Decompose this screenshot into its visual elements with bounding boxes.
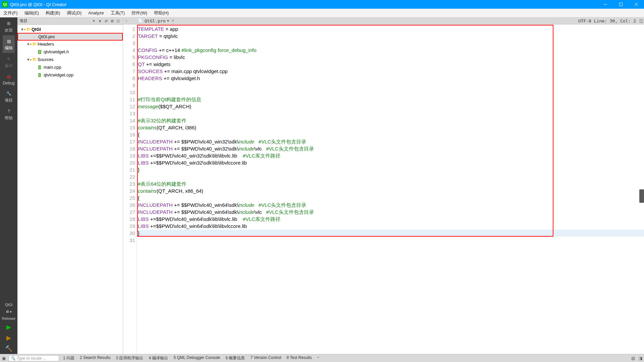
open-file-name[interactable]: QtGl.pro bbox=[145, 18, 166, 23]
kit-project[interactable]: QtGl bbox=[5, 301, 13, 308]
code-line-9[interactable] bbox=[138, 82, 644, 89]
code-line-19[interactable]: LIBS +=$$PWD\vlc40_win32\sdk\lib\libvlc.… bbox=[138, 152, 644, 159]
output-toggle-icon[interactable]: ▣ bbox=[0, 356, 7, 361]
scrollbar-thumb[interactable] bbox=[639, 189, 644, 203]
code-line-11[interactable]: #打印当前Qt构建套件的信息 bbox=[138, 96, 644, 103]
panel-dropdown-icon[interactable]: ▾ bbox=[91, 18, 97, 24]
menu-7[interactable]: 帮助(H) bbox=[151, 9, 172, 17]
minimize-button[interactable] bbox=[598, 0, 613, 9]
menu-4[interactable]: Analyze bbox=[85, 9, 107, 17]
mode-编辑[interactable]: ▤编辑 bbox=[3, 35, 14, 53]
code-line-16[interactable]: { bbox=[138, 131, 644, 138]
build-button[interactable]: 🔨 bbox=[5, 343, 12, 354]
code-line-2[interactable]: TARGET = qtglvlc bbox=[138, 33, 644, 40]
mode-帮助[interactable]: ?帮助 bbox=[3, 105, 14, 123]
kit-monitor-icon[interactable]: 🖥 ▸ bbox=[5, 308, 12, 315]
code-line-17[interactable]: INCLUDEPATH += $$PWD\vlc40_win32\sdk\inc… bbox=[138, 138, 644, 145]
run-button[interactable]: ▶ bbox=[5, 322, 12, 333]
panel-add-icon[interactable]: ⊞ bbox=[109, 18, 115, 24]
tree-item-qtvlcwidget.h[interactable]: hqtvlcwidget.h bbox=[17, 48, 123, 56]
code-line-12[interactable]: message($$QT_ARCH) bbox=[138, 103, 644, 110]
panel-split-icon[interactable]: ◫ bbox=[115, 18, 121, 24]
project-panel-header: 项目 ▾ ▼ ⇄ ⊞ ◫ bbox=[17, 17, 123, 25]
tree-item-main.cpp[interactable]: cmain.cpp bbox=[17, 63, 123, 71]
code-line-31[interactable] bbox=[138, 237, 644, 244]
tree-item-QtGl[interactable]: ▾▸📁QtGl bbox=[17, 25, 123, 33]
code-line-27[interactable]: INCLUDEPATH += $$PWD\vlc40_win64\sdk\inc… bbox=[138, 208, 644, 216]
mode-bar: ⊞欢迎▤编辑✎设计🐞Debug🔧项目?帮助 QtGl 🖥 ▸ Release ▶… bbox=[0, 17, 17, 354]
app-icon: Qt bbox=[2, 1, 8, 7]
code-line-10[interactable] bbox=[138, 89, 644, 96]
maximize-button[interactable] bbox=[613, 0, 629, 9]
mode-设计[interactable]: ✎设计 bbox=[3, 53, 14, 71]
code-line-8[interactable]: HEADERS += qtvlcwidget.h bbox=[138, 75, 644, 82]
close-file-icon[interactable]: × bbox=[170, 18, 176, 23]
code-line-18[interactable]: INCLUDEPATH += $$PWD\vlc40_win32\sdk\inc… bbox=[138, 145, 644, 152]
file-dropdown-icon[interactable]: ▾ bbox=[166, 18, 170, 23]
svg-rect-1 bbox=[620, 3, 623, 6]
output-tab-3[interactable]: 4 编译输出 bbox=[146, 355, 171, 361]
output-dropdown-icon[interactable]: ⌃ bbox=[315, 356, 322, 361]
code-line-15[interactable]: contains(QT_ARCH, i386) bbox=[138, 124, 644, 131]
code-line-4[interactable]: CONFIG += c++14 #link_pkgconfig force_de… bbox=[138, 47, 644, 54]
code-line-3[interactable] bbox=[138, 40, 644, 47]
menu-0[interactable]: 文件(F) bbox=[0, 9, 21, 17]
output-tab-7[interactable]: 8 Test Results bbox=[284, 355, 314, 361]
tree-label: Headers bbox=[38, 42, 54, 47]
code-line-26[interactable]: INCLUDEPATH += $$PWD\vlc40_win64\sdk\inc… bbox=[138, 201, 644, 208]
tree-item-Sources[interactable]: ▾▸📁Sources bbox=[17, 56, 123, 63]
nav-back-icon[interactable]: ‹ bbox=[123, 18, 130, 23]
output-tab-4[interactable]: 5 QML Debugger Console bbox=[171, 355, 223, 361]
mode-欢迎[interactable]: ⊞欢迎 bbox=[3, 17, 14, 35]
project-tree[interactable]: ▾▸📁QtGl▫QtGl.pro▾▸📁Headershqtvlcwidget.h… bbox=[17, 25, 123, 354]
panel-filter-icon[interactable]: ▼ bbox=[97, 18, 103, 24]
tree-icon: c bbox=[37, 65, 42, 70]
mode-icon: 🐞 bbox=[5, 73, 12, 80]
code-content[interactable]: TEMPLATE = appTARGET = qtglvlc CONFIG +=… bbox=[137, 24, 644, 354]
code-line-6[interactable]: QT += widgets bbox=[138, 61, 644, 68]
code-line-29[interactable]: LIBS +=$$PWD\vlc40_win64\sdk\lib\libvlcc… bbox=[138, 223, 644, 230]
tree-item-qtvlcwidget.cpp[interactable]: cqtvlcwidget.cpp bbox=[17, 71, 123, 79]
menu-6[interactable]: 控件(W) bbox=[128, 9, 151, 17]
tree-item-Headers[interactable]: ▾▸📁Headers bbox=[17, 40, 123, 48]
code-line-24[interactable]: contains(QT_ARCH, x86_64) bbox=[138, 187, 644, 194]
output-tab-2[interactable]: 3 应用程序输出 bbox=[113, 355, 146, 361]
code-line-21[interactable]: } bbox=[138, 166, 644, 173]
code-line-13[interactable] bbox=[138, 110, 644, 117]
code-line-1[interactable]: TEMPLATE = app bbox=[138, 25, 644, 33]
tree-icon: h bbox=[37, 49, 42, 55]
code-line-28[interactable]: LIBS +=$$PWD\vlc40_win64\sdk\lib\libvlc.… bbox=[138, 216, 644, 223]
code-line-7[interactable]: SOURCES += main.cpp qtvlcwidget.cpp bbox=[138, 68, 644, 75]
code-line-25[interactable]: { bbox=[138, 194, 644, 201]
menu-2[interactable]: 构建(B) bbox=[42, 9, 63, 17]
split-editor-icon[interactable]: ◫ bbox=[638, 18, 644, 23]
tree-label: main.cpp bbox=[44, 65, 61, 70]
tree-item-QtGl.pro[interactable]: ▫QtGl.pro bbox=[17, 33, 123, 41]
output-tab-5[interactable]: 6 概要信息 bbox=[223, 355, 248, 361]
code-line-22[interactable] bbox=[138, 173, 644, 180]
output-tab-6[interactable]: 7 Version Control bbox=[248, 355, 284, 361]
sidebar-toggle-icon[interactable]: ◨ bbox=[637, 356, 644, 361]
code-line-14[interactable]: #表示32位的构建套件 bbox=[138, 117, 644, 124]
code-editor[interactable]: 1234567891011121314151617181920212223242… bbox=[123, 24, 644, 354]
menu-1[interactable]: 编辑(E) bbox=[21, 9, 42, 17]
output-tab-0[interactable]: 1 问题 bbox=[60, 355, 77, 361]
code-line-23[interactable]: #表示64位的构建套件 bbox=[138, 180, 644, 187]
tree-icon: c bbox=[37, 72, 42, 78]
run-debug-button[interactable]: ▶ bbox=[5, 333, 12, 343]
code-line-30[interactable]: } bbox=[138, 230, 644, 237]
close-button[interactable] bbox=[629, 0, 644, 9]
menu-3[interactable]: 调试(D) bbox=[63, 9, 85, 17]
kit-config[interactable]: Release bbox=[2, 315, 15, 322]
menu-5[interactable]: 工具(T) bbox=[107, 9, 128, 17]
code-line-5[interactable]: PKGCONFIG = libvlc bbox=[138, 54, 644, 61]
panel-link-icon[interactable]: ⇄ bbox=[103, 18, 109, 24]
progress-toggle-icon[interactable]: ▤ bbox=[629, 356, 637, 361]
locator-input[interactable]: 🔍 Type to locate ... bbox=[9, 355, 59, 361]
mode-Debug[interactable]: 🐞Debug bbox=[3, 71, 14, 87]
output-tab-1[interactable]: 2 Search Results bbox=[77, 355, 113, 361]
code-line-20[interactable]: LIBS +=$$PWD\vlc40_win32\sdk\lib\libvlcc… bbox=[138, 159, 644, 166]
editor-area: ‹ › 📄 QtGl.pro ▾ × UTF-8 Line: 30, Col: … bbox=[123, 17, 644, 354]
mode-项目[interactable]: 🔧项目 bbox=[3, 87, 14, 105]
nav-forward-icon[interactable]: › bbox=[130, 18, 137, 23]
